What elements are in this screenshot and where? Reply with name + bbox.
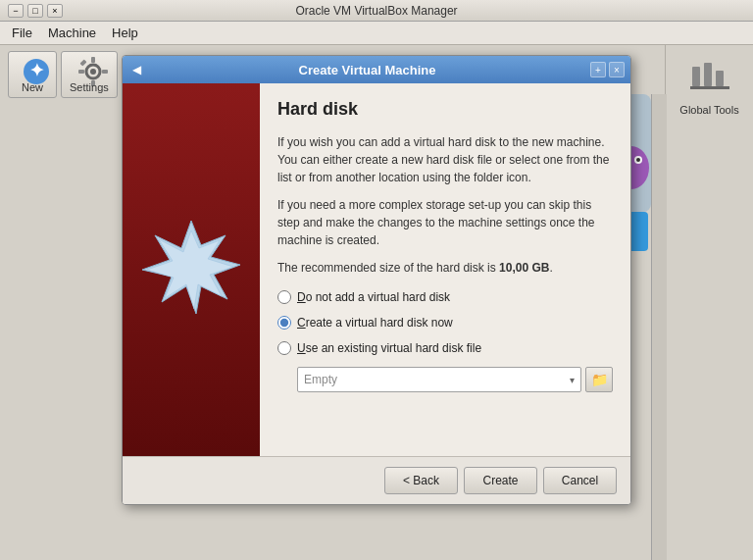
file-combo-value: Empty [304,373,337,386]
minimize-button[interactable]: − [8,4,24,18]
combo-arrow-icon: ▾ [570,375,575,385]
menu-help[interactable]: Help [104,23,146,43]
dialog-para1: If you wish you can add a virtual hard d… [277,133,613,186]
close-button[interactable]: × [47,4,63,18]
dialog: ◀ Create Virtual Machine + × [122,55,631,505]
app-title: Oracle VM VirtualBox Manager [295,4,457,18]
browse-folder-icon: 📁 [591,372,608,387]
dialog-content: Hard disk If you wish you can add a virt… [260,83,630,456]
radio-no-disk-input[interactable] [277,290,291,304]
radio-create-disk-input[interactable] [277,316,291,330]
dialog-close-button[interactable]: × [609,62,625,77]
file-picker-row: Empty ▾ 📁 [297,367,613,392]
dialog-para3: The recommended size of the hard disk is… [277,259,613,277]
dialog-title-bar: ◀ Create Virtual Machine + × [123,56,630,83]
app-area: ✦ New Settings [0,45,753,560]
file-browse-button[interactable]: 📁 [585,367,613,392]
radio-existing-disk-input[interactable] [277,341,291,355]
dialog-para3-prefix: The recommended size of the hard disk is [277,261,499,275]
cancel-button[interactable]: Cancel [543,467,617,494]
dialog-footer: < Back Create Cancel [123,456,630,504]
dialog-title-controls: + × [590,62,625,77]
dialog-overlay: ◀ Create Virtual Machine + × [0,45,753,560]
title-bar-left: − □ × [8,4,63,18]
radio-no-disk-label: Do not add a virtual hard disk [297,290,450,304]
title-bar: − □ × Oracle VM VirtualBox Manager [0,0,753,22]
radio-create-disk-label: Create a virtual hard disk now [297,316,453,330]
menu-file[interactable]: File [4,23,40,43]
radio-create-disk[interactable]: Create a virtual hard disk now [277,316,613,330]
back-button[interactable]: < Back [384,467,458,494]
create-button[interactable]: Create [464,467,537,494]
file-combo[interactable]: Empty ▾ [297,367,581,392]
maximize-button[interactable]: □ [27,4,43,18]
menu-machine[interactable]: Machine [40,23,104,43]
dialog-para3-suffix: . [549,261,552,275]
hard-disk-illustration [137,216,245,324]
radio-no-disk[interactable]: Do not add a virtual hard disk [277,290,613,304]
dialog-para2: If you need a more complex storage set-u… [277,196,613,249]
radio-existing-disk-label: Use an existing virtual hard disk file [297,341,481,355]
radio-group: Do not add a virtual hard disk Create a … [277,290,613,392]
dialog-plus-button[interactable]: + [590,62,606,77]
radio-existing-disk[interactable]: Use an existing virtual hard disk file [277,341,613,355]
dialog-image-panel [123,83,260,456]
dialog-back-arrow: ◀ [128,62,144,77]
menu-bar: File Machine Help [0,22,753,45]
dialog-body: Hard disk If you wish you can add a virt… [123,83,630,456]
dialog-title: Create Virtual Machine [144,63,590,77]
dialog-heading: Hard disk [277,99,613,120]
dialog-recommended-size: 10,00 GB [499,261,549,275]
